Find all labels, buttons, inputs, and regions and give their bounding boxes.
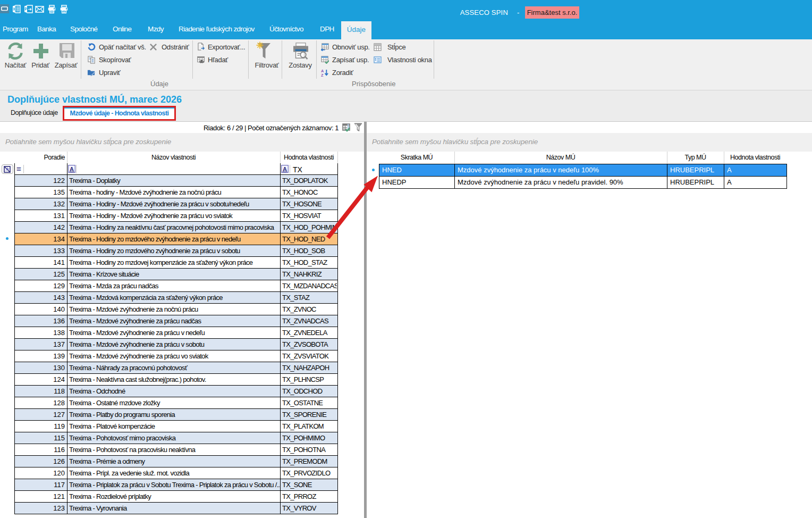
- svg-text:A: A: [283, 166, 287, 172]
- svg-text:A: A: [70, 166, 74, 172]
- svg-text:Z: Z: [321, 73, 324, 77]
